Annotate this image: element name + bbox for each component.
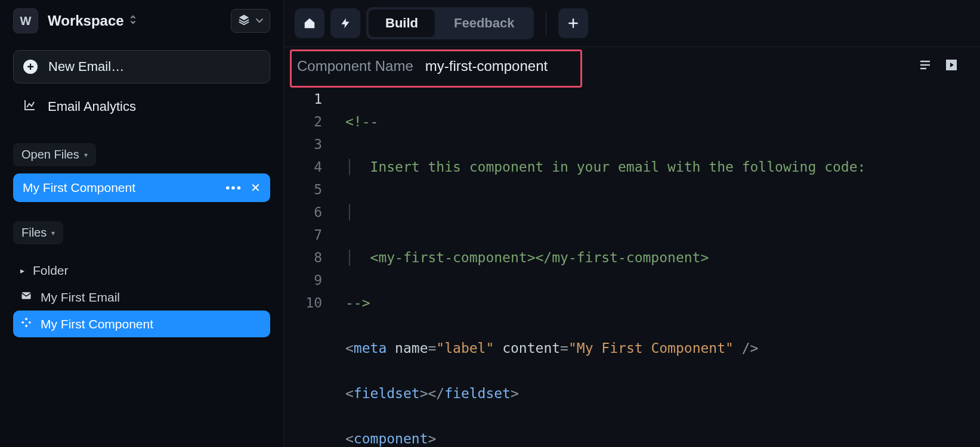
caret-down-icon: ▾ [51, 229, 55, 237]
line-number: 6 [284, 201, 322, 224]
list-icon[interactable] [918, 58, 932, 74]
email-file-label: My First Email [41, 290, 120, 305]
component-name-input[interactable] [425, 58, 604, 74]
line-number: 10 [284, 291, 322, 314]
files-header[interactable]: Files ▾ [13, 221, 63, 244]
topbar: Build Feedback [284, 0, 980, 47]
component-file-label: My First Component [41, 317, 153, 331]
component-file-row[interactable]: My First Component [13, 311, 270, 337]
code-line: <my-first-component></my-first-component… [354, 250, 709, 265]
folder-row[interactable]: ▸ Folder [13, 257, 270, 284]
more-icon[interactable]: ••• [225, 181, 242, 195]
open-files-header[interactable]: Open Files ▾ [13, 143, 96, 166]
files-label: Files [21, 226, 47, 240]
open-file-tab[interactable]: My First Component ••• ✕ [13, 173, 270, 202]
home-button[interactable] [295, 8, 324, 38]
line-gutter: 1 2 3 4 5 6 7 8 9 10 [284, 85, 341, 447]
line-number: 2 [284, 110, 322, 133]
workspace-badge: W [13, 8, 38, 33]
new-email-button[interactable]: + New Email… [13, 50, 270, 83]
code-line: Insert this component in your email with… [354, 159, 866, 175]
layers-icon [237, 13, 251, 29]
line-number: 1 [284, 88, 322, 110]
lightning-button[interactable] [330, 8, 360, 38]
workspace-switcher[interactable]: W Workspace [13, 8, 270, 33]
chevron-down-icon [255, 16, 264, 26]
tab-build[interactable]: Build [369, 10, 435, 37]
code-line: <!-- [345, 114, 378, 129]
code-line: --> [345, 295, 370, 311]
selector-icon [129, 14, 137, 27]
code-editor[interactable]: 1 2 3 4 5 6 7 8 9 10 <!-- │ Insert this … [284, 85, 980, 447]
caret-down-icon: ▾ [84, 151, 88, 159]
play-icon[interactable] [944, 58, 959, 74]
sidebar: W Workspace + New Email… [0, 0, 283, 447]
open-files-label: Open Files [21, 148, 79, 162]
line-number: 8 [284, 246, 322, 269]
line-number: 7 [284, 224, 322, 246]
folder-label: Folder [33, 263, 69, 278]
chart-icon [23, 98, 37, 116]
add-button[interactable] [558, 8, 588, 38]
code-line: <meta name="label" content="My First Com… [345, 337, 980, 359]
code-line: <fieldset></fieldset> [345, 382, 980, 405]
open-file-name: My First Component [23, 181, 135, 195]
plus-circle-icon: + [23, 60, 38, 74]
svg-rect-2 [21, 321, 24, 324]
analytics-nav[interactable]: Email Analytics [13, 89, 270, 124]
line-number: 4 [284, 156, 322, 178]
svg-rect-3 [28, 321, 31, 324]
divider [546, 11, 546, 35]
component-icon [20, 316, 32, 331]
svg-rect-1 [25, 318, 28, 321]
main-panel: Build Feedback Component Name [283, 0, 980, 447]
line-number: 5 [284, 178, 322, 201]
mode-tabs: Build Feedback [366, 7, 534, 39]
tab-feedback[interactable]: Feedback [437, 10, 531, 37]
layers-dropdown[interactable] [231, 9, 270, 33]
caret-right-icon: ▸ [20, 266, 24, 275]
component-name-label: Component Name [297, 58, 413, 74]
email-file-row[interactable]: My First Email [13, 284, 270, 311]
svg-rect-4 [25, 324, 28, 327]
line-number: 9 [284, 269, 322, 291]
workspace-name: Workspace [48, 13, 124, 29]
mail-icon [20, 290, 32, 305]
close-icon[interactable]: ✕ [251, 181, 261, 195]
component-name-bar: Component Name [284, 47, 980, 85]
new-email-label: New Email… [48, 59, 124, 74]
code-line: <component> [345, 427, 980, 447]
code-area[interactable]: <!-- │ Insert this component in your ema… [341, 85, 980, 447]
line-number: 3 [284, 133, 322, 156]
analytics-label: Email Analytics [48, 99, 136, 114]
